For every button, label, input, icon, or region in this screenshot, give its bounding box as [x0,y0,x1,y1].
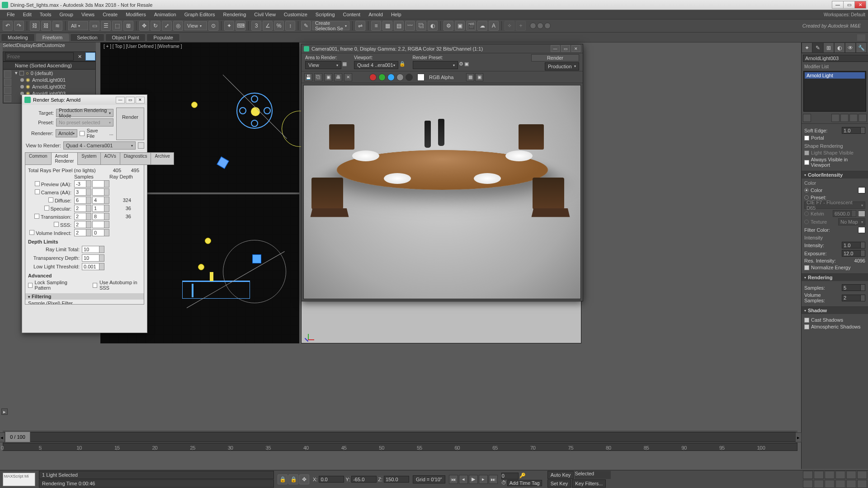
depth-value-spinner[interactable]: 10 [82,254,104,262]
depth-spinner[interactable]: 8 [92,213,109,220]
pan-button[interactable] [857,471,867,479]
menu-rendering[interactable]: Rendering [219,12,250,17]
named-selection-dropdown[interactable]: Create Selection Se [312,21,349,30]
always-visible-checkbox[interactable] [804,160,809,165]
timeline-next-button[interactable]: ▸ [795,432,802,442]
color-intensity-rollout[interactable]: Color/Intensity [802,171,868,178]
modifier-item[interactable]: Arnold Light [805,72,865,79]
vp-nav-12[interactable] [857,480,867,488]
ribbon-tab-populate[interactable]: Populate [146,33,179,42]
curve-editor-button[interactable]: 〰 [405,21,415,31]
volume-samples-spinner[interactable]: 2 [842,295,865,301]
rs-tab-aovs[interactable]: AOVs [100,152,120,165]
save-file-checkbox[interactable] [80,131,85,136]
zoom-button[interactable] [803,471,813,479]
y-input[interactable] [351,476,377,483]
rs-tab-system[interactable]: System [77,152,100,165]
tree-node[interactable]: ◉ArnoldLight002 [12,83,95,90]
angle-snap-button[interactable]: ∠ [263,21,273,31]
samples-spinner[interactable]: 5 [842,284,865,291]
lock-view-button[interactable] [138,142,144,149]
current-frame-input[interactable] [501,473,519,479]
keyboard-shortcut-button[interactable]: ⌨ [236,21,245,31]
atmos-shadows-checkbox[interactable] [804,324,809,329]
menu-edit[interactable]: Edit [19,12,36,17]
samples-spinner[interactable]: 3 [74,188,91,196]
dialog-titlebar[interactable]: Render Setup: Arnold — ▭ ✕ [22,95,147,105]
edit-named-sel-button[interactable]: ✎ [301,21,311,31]
normalize-checkbox[interactable] [804,265,809,270]
ribbon-minimize-icon[interactable] [857,34,865,41]
display-panel-tab[interactable]: 👁 [845,42,856,53]
key-filters-button[interactable]: Key Filters... [572,479,606,488]
filter-color-swatch[interactable] [858,227,865,233]
menu-content[interactable]: Content [339,12,365,17]
menu-tools[interactable]: Tools [36,12,56,17]
kelvin-spinner[interactable]: 6500.0 [833,210,856,217]
selection-lock-button[interactable]: 🔒 [288,474,298,484]
make-unique-button[interactable] [840,114,849,122]
rendered-image[interactable] [303,85,581,299]
geometry-icon[interactable] [4,95,11,102]
env-button[interactable]: ⚙ [459,61,463,69]
create-panel-tab[interactable]: ✦ [802,42,812,53]
samples-spinner[interactable]: 2 [74,229,91,236]
viewport-label[interactable]: [ + ] [ Top ] [User Defined ] [Wireframe… [104,44,182,49]
link-button[interactable]: ⛓ [30,21,40,31]
rotate-button[interactable]: ↻ [151,21,160,31]
color-radio[interactable] [804,188,809,192]
samples-spinner[interactable]: 6 [74,197,91,204]
configure-sets-button[interactable] [859,114,867,122]
rf-minimize-button[interactable]: — [551,45,560,52]
time-ruler[interactable]: 0510152025303540455055606570758085909510… [3,443,797,451]
selection-toggle-button[interactable] [85,52,95,61]
menu-animation[interactable]: Animation [150,12,180,17]
particle-button[interactable]: ✧ [505,21,514,31]
fov-button[interactable] [846,471,856,479]
spinner-snap-button[interactable]: ↕ [285,21,295,31]
timeline-prev-button[interactable]: ◂ [0,432,5,442]
display-all-icon[interactable] [4,70,11,78]
layer-explorer-button[interactable]: ▦ [382,21,392,31]
texture-slot-button[interactable]: No Map [838,218,865,225]
bind-spacewarp-button[interactable]: ≋ [52,21,62,31]
camera-gizmo[interactable] [217,156,229,169]
massfx-button[interactable]: + [516,21,526,31]
show-end-result-button[interactable] [831,114,840,122]
channel-dropdown[interactable]: RGB Alpha [429,75,461,80]
ribbon-tab-modeling[interactable]: Modeling [1,33,35,42]
rs-tab-diagnostics[interactable]: Diagnostics [120,152,151,165]
unlink-button[interactable]: ⛓ [41,21,51,31]
align-button[interactable]: ≡ [371,21,381,31]
placement-button[interactable]: ◎ [173,21,183,31]
red-channel-button[interactable] [369,74,377,81]
mirror-button[interactable]: ⇌ [355,21,365,31]
color-preset-dropdown[interactable]: CIE F7 - Fluorescent D65 [804,202,865,209]
dialog-close-button[interactable]: ✕ [136,97,145,103]
menu-create[interactable]: Create [99,12,122,17]
material-editor-button[interactable]: ◐ [428,21,438,31]
save-file-browse-button[interactable]: ... [109,131,113,136]
table-geo[interactable] [182,281,250,299]
save-image-button[interactable]: 💾 [304,73,312,81]
invert-icon[interactable] [4,87,11,94]
select-button[interactable]: ▭ [90,21,99,31]
restore-button[interactable]: ▭ [843,1,855,9]
mono-channel-button[interactable] [406,74,413,81]
zoom-extents-all-button[interactable] [835,471,845,479]
close-search-button[interactable]: ✕ [75,54,84,60]
chandelier-geometry[interactable] [236,93,273,129]
pin-stack-button[interactable] [803,114,811,122]
menu-group[interactable]: Group [55,12,77,17]
cast-shadows-checkbox[interactable] [804,318,809,323]
rs-tab-archive[interactable]: Archive [151,152,174,165]
time-slider-thumb[interactable]: 0 / 100 [5,432,30,442]
schematic-view-button[interactable]: ⿻ [416,21,426,31]
rs-tab-common[interactable]: Common [25,152,52,165]
render-cloud-button[interactable]: ☁ [477,21,487,31]
toggle-overlay-button[interactable]: ▣ [475,73,483,81]
render-frame-titlebar[interactable]: Camera001, frame 0, Display Gamma: 2.2, … [302,44,583,53]
key-mode-button[interactable]: 🔑 [519,473,526,479]
light-gizmo[interactable] [205,238,211,244]
modify-panel-tab[interactable]: ✎ [812,42,823,53]
